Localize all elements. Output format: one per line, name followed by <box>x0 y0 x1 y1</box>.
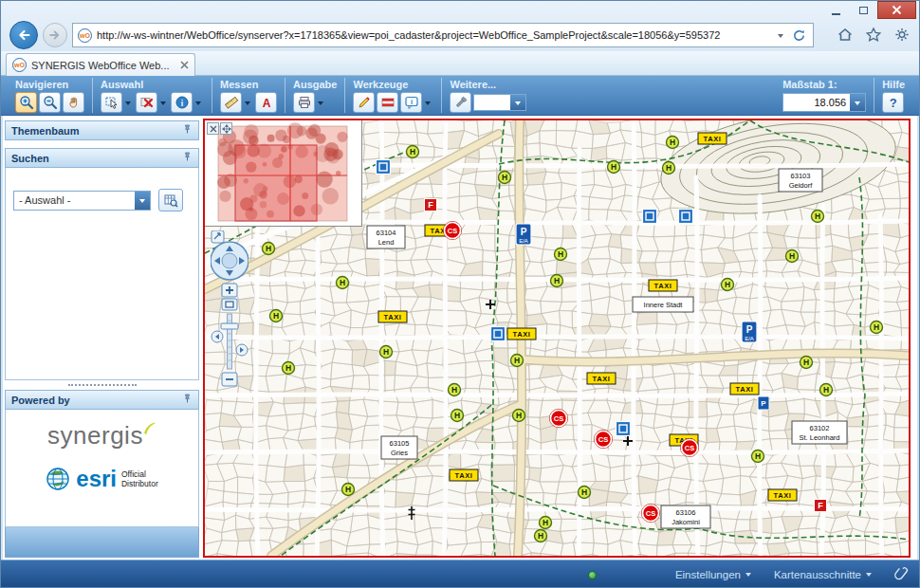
map-marker-taxi[interactable]: TAXI <box>698 133 727 144</box>
map-marker-hydrant[interactable]: H <box>263 243 275 255</box>
map-marker-hydrant[interactable]: H <box>342 484 355 496</box>
pin-icon[interactable] <box>182 124 193 137</box>
werkzeuge-dropdown-caret[interactable] <box>425 101 431 108</box>
url-dropdown-caret-icon[interactable] <box>778 34 783 41</box>
prev-extent-button[interactable] <box>212 331 223 342</box>
zoom-extent-button[interactable] <box>222 299 237 310</box>
map-marker-hydrant[interactable]: H <box>812 211 824 223</box>
map-marker-hydrant[interactable]: H <box>407 146 419 158</box>
map-marker-taxi[interactable]: TAXI <box>507 328 536 340</box>
map-marker-hydrant[interactable]: H <box>337 277 349 289</box>
map-marker-hydrant[interactable]: H <box>555 248 567 261</box>
help-button[interactable]: ? <box>882 92 904 113</box>
clear-selection-dropdown-caret[interactable] <box>160 101 166 108</box>
map-marker-museum[interactable] <box>491 327 506 341</box>
forward-button[interactable] <box>43 23 67 47</box>
search-select-caret[interactable] <box>135 192 150 210</box>
map-marker-parking[interactable]: PE/A <box>742 322 757 342</box>
map-marker-cs[interactable]: CS <box>443 221 461 239</box>
map-marker-taxi[interactable]: TAXI <box>768 489 797 501</box>
map-marker-hydrant[interactable]: H <box>579 487 591 499</box>
overview-move-button[interactable] <box>220 122 232 135</box>
language-flag-button[interactable] <box>377 92 398 113</box>
measure-dropdown-caret[interactable] <box>245 101 250 108</box>
map-marker-taxi[interactable]: TAXI <box>730 383 759 395</box>
zoom-out-button[interactable] <box>39 92 61 113</box>
map-marker-hydrant[interactable]: H <box>551 275 563 287</box>
settings-menu[interactable]: Einstellungen <box>675 569 751 580</box>
pan-control[interactable] <box>211 242 248 280</box>
minimize-button[interactable] <box>822 1 850 19</box>
map-marker-taxi[interactable]: TAXI <box>378 311 407 322</box>
map-marker-pharmacy[interactable]: F <box>425 199 437 211</box>
map-marker-hydrant[interactable]: H <box>752 450 764 463</box>
map-marker-taxi[interactable]: TAXI <box>587 373 616 384</box>
map-marker-hydrant[interactable]: H <box>800 357 813 369</box>
map-marker-hydrant[interactable]: H <box>451 410 464 422</box>
panel-header-suchen[interactable]: Suchen <box>5 148 199 168</box>
paperclip-icon[interactable] <box>891 563 911 585</box>
slider-handle[interactable] <box>221 323 238 329</box>
map-marker-taxi[interactable]: TAXI <box>649 280 677 291</box>
back-button[interactable] <box>9 21 38 49</box>
print-button[interactable] <box>293 92 315 113</box>
url-field[interactable]: wO http://w-ws-wintner/WebOffice/synserv… <box>72 23 814 47</box>
map-marker-hydrant[interactable]: H <box>786 250 799 263</box>
select-dropdown-caret[interactable] <box>125 101 131 108</box>
map-marker-hydrant[interactable]: H <box>283 362 295 375</box>
identify-dropdown-caret[interactable] <box>195 101 201 108</box>
map-marker-pharmacy[interactable]: F <box>815 500 827 512</box>
overview-close-button[interactable] <box>207 122 219 135</box>
redline-button[interactable] <box>353 92 375 113</box>
measure-button[interactable] <box>220 92 242 113</box>
map-marker-hydrant[interactable]: H <box>608 161 620 174</box>
map-marker-hydrant[interactable]: H <box>663 162 675 175</box>
weitere-combobox-caret[interactable] <box>510 95 525 110</box>
map-marker-hydrant[interactable]: H <box>540 517 552 529</box>
map-marker-hydrant[interactable]: H <box>511 355 524 367</box>
map-marker-hydrant[interactable]: H <box>380 346 393 358</box>
overview-map[interactable] <box>205 120 362 227</box>
map-marker-hydrant[interactable]: H <box>820 384 833 396</box>
map-marker-museum[interactable] <box>616 422 631 436</box>
settings-gear-icon[interactable] <box>893 27 911 43</box>
map-marker-hydrant[interactable]: H <box>513 410 525 422</box>
search-select[interactable]: - Auswahl - <box>13 191 151 211</box>
map-marker-cross[interactable] <box>486 300 495 309</box>
map-views-menu[interactable]: Kartenausschnitte <box>774 569 872 580</box>
favorites-star-icon[interactable] <box>865 27 882 43</box>
next-extent-button[interactable] <box>236 344 248 356</box>
map-marker-hydrant[interactable]: H <box>449 384 461 396</box>
home-icon[interactable] <box>837 27 854 43</box>
pin-icon[interactable] <box>182 152 193 164</box>
annotate-button[interactable]: A <box>255 92 277 113</box>
map-marker-cs[interactable]: CS <box>680 438 698 456</box>
pin-icon[interactable] <box>182 394 193 406</box>
weitere-combobox[interactable] <box>473 94 526 111</box>
map-marker-museum[interactable] <box>643 210 657 224</box>
pan-button[interactable] <box>63 92 84 113</box>
panel-header-powered-by[interactable]: Powered by <box>5 390 199 410</box>
map-marker-museum[interactable] <box>377 160 391 175</box>
zoom-out-map-button[interactable] <box>222 373 237 386</box>
map-marker-hydrant[interactable]: H <box>871 322 883 334</box>
map-marker-hydrant[interactable]: H <box>535 530 547 542</box>
map-marker-hydrant[interactable]: H <box>270 310 283 322</box>
map-marker-parking[interactable]: PE/A <box>516 224 531 245</box>
tab-weboffice[interactable]: wO SYNERGIS WebOffice Web... <box>6 53 195 76</box>
select-button[interactable] <box>101 92 122 113</box>
info-balloon-button[interactable]: i <box>400 92 422 113</box>
maximize-button[interactable] <box>850 1 877 19</box>
panel-header-themenbaum[interactable]: Themenbaum <box>5 120 199 140</box>
map-marker-taxi[interactable]: TAXI <box>450 469 478 481</box>
map-canvas[interactable]: HHHHHHHHHHHHHHHHHHHHHHHHHHHTAXITAXITAXIT… <box>203 119 911 558</box>
print-dropdown-caret[interactable] <box>318 101 323 108</box>
tab-close-icon[interactable] <box>180 61 189 69</box>
clear-selection-button[interactable] <box>136 92 157 113</box>
overview-toggle-button[interactable] <box>212 230 224 243</box>
tools-button[interactable] <box>450 92 471 113</box>
map-marker-cs[interactable]: CS <box>549 409 567 427</box>
refresh-icon[interactable] <box>792 28 806 43</box>
scale-input[interactable]: 18.056 <box>782 93 866 112</box>
search-report-button[interactable] <box>158 189 183 211</box>
